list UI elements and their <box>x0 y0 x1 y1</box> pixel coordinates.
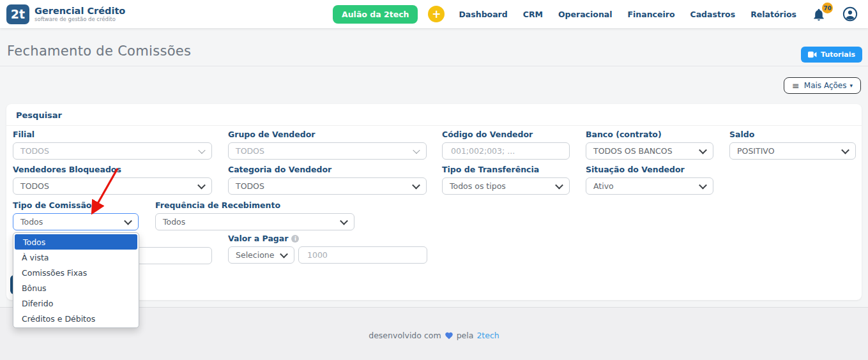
notification-badge: 70 <box>822 3 833 13</box>
tipo-transferencia-label: Tipo de Transferência <box>442 165 570 174</box>
plus-button[interactable]: + <box>428 6 445 22</box>
nav-item-dashboard[interactable]: Dashboard <box>459 10 507 19</box>
notifications-button[interactable]: 70 <box>812 6 828 22</box>
vendedores-bloqueados-label: Vendedores Bloqueados <box>13 165 212 174</box>
panel-divider <box>6 125 862 126</box>
more-actions-button[interactable]: ≡ Mais Ações ▾ <box>784 77 861 94</box>
dropdown-option-todos[interactable]: Todos <box>15 234 137 250</box>
footer-link-2tech[interactable]: 2tech <box>476 331 499 340</box>
heart-icon <box>445 331 453 340</box>
chevron-down-icon <box>198 146 205 153</box>
search-panel-title: Pesquisar <box>16 110 62 120</box>
filial-select[interactable]: TODOS <box>13 142 212 160</box>
top-header: 2t Gerencial Crédito software de gestão … <box>0 0 868 28</box>
tipo-comissao-dropdown: Todos À vista Comissões Fixas Bônus Dife… <box>13 232 139 328</box>
codigo-vendedor-label: Código do Vendedor <box>442 130 570 139</box>
chevron-down-icon <box>412 181 420 189</box>
grupo-vendedor-label: Grupo de Vendedor <box>228 130 427 139</box>
logo-subtitle: software de gestão de crédito <box>34 16 125 22</box>
tipo-comissao-label: Tipo de Comissão <box>13 200 139 210</box>
main-nav: Dashboard CRM Operacional Financeiro Cad… <box>459 10 796 19</box>
valor-operator-select[interactable]: Selecione <box>228 246 294 264</box>
dropdown-option-bonus[interactable]: Bônus <box>13 280 139 296</box>
chevron-down-icon <box>699 146 707 154</box>
chevron-down-icon <box>413 146 420 153</box>
chevron-down-icon <box>699 181 707 189</box>
tutorials-button[interactable]: Tutoriais <box>801 47 862 63</box>
categoria-vendedor-label: Categoria do Vendedor <box>228 165 427 174</box>
grupo-vendedor-select[interactable]: TODOS <box>228 142 427 160</box>
menu-icon: ≡ <box>792 81 800 90</box>
logo-title: Gerencial Crédito <box>34 6 125 16</box>
filial-label: Filial <box>13 130 212 139</box>
nav-item-operacional[interactable]: Operacional <box>558 10 613 19</box>
chevron-down-icon <box>197 181 206 189</box>
footer-credit: desenvolvido com pela 2tech <box>0 331 868 340</box>
vendedores-bloqueados-select[interactable]: TODOS <box>13 177 212 195</box>
dropdown-option-a-vista[interactable]: À vista <box>13 250 139 265</box>
categoria-vendedor-select[interactable]: TODOS <box>228 177 427 195</box>
dropdown-option-creditos-debitos[interactable]: Créditos e Débitos <box>13 311 139 326</box>
situacao-vendedor-label: Situação do Vendedor <box>586 165 713 174</box>
frequencia-recebimento-select[interactable]: Todos <box>155 213 354 230</box>
valor-a-pagar-label: Valor a Pagar i <box>228 234 427 243</box>
codigo-vendedor-input[interactable] <box>450 146 562 156</box>
chevron-down-icon: ▾ <box>849 82 853 89</box>
user-avatar-icon[interactable] <box>842 6 858 22</box>
app-logo[interactable]: 2t Gerencial Crédito software de gestão … <box>6 4 125 24</box>
nav-item-financeiro[interactable]: Financeiro <box>628 10 675 19</box>
valor-amount-field <box>298 246 427 264</box>
chevron-down-icon <box>280 250 288 258</box>
dropdown-option-comissoes-fixas[interactable]: Comissões Fixas <box>13 265 139 280</box>
nav-item-relatorios[interactable]: Relatórios <box>750 10 796 19</box>
logo-badge: 2t <box>6 4 29 24</box>
valor-amount-input[interactable] <box>306 250 420 260</box>
title-divider <box>0 66 868 66</box>
banco-contrato-label: Banco (contrato) <box>586 130 713 139</box>
dropdown-option-diferido[interactable]: Diferido <box>13 296 139 311</box>
situacao-vendedor-select[interactable]: Ativo <box>586 177 713 195</box>
codigo-vendedor-field <box>442 142 570 160</box>
info-icon[interactable]: i <box>291 235 299 243</box>
video-camera-icon <box>808 51 817 58</box>
chevron-down-icon <box>340 216 348 225</box>
app-page: 2t Gerencial Crédito software de gestão … <box>0 0 868 360</box>
tipo-comissao-select[interactable]: Todos <box>13 213 139 230</box>
nav-item-crm[interactable]: CRM <box>523 10 543 19</box>
page-title: Fechamento de Comissões <box>7 43 191 59</box>
frequencia-recebimento-label: Frequência de Recebimento <box>155 200 354 210</box>
saldo-select[interactable]: POSITIVO <box>729 142 856 160</box>
chevron-down-icon <box>841 146 849 154</box>
promo-button[interactable]: Aulão da 2tech <box>333 5 418 24</box>
nav-item-cadastros[interactable]: Cadastros <box>690 10 736 19</box>
banco-contrato-select[interactable]: TODOS OS BANCOS <box>586 142 713 160</box>
chevron-down-icon <box>124 216 132 225</box>
chevron-down-icon <box>555 181 563 189</box>
saldo-label: Saldo <box>729 130 856 139</box>
tipo-transferencia-select[interactable]: Todos os tipos <box>442 177 570 195</box>
